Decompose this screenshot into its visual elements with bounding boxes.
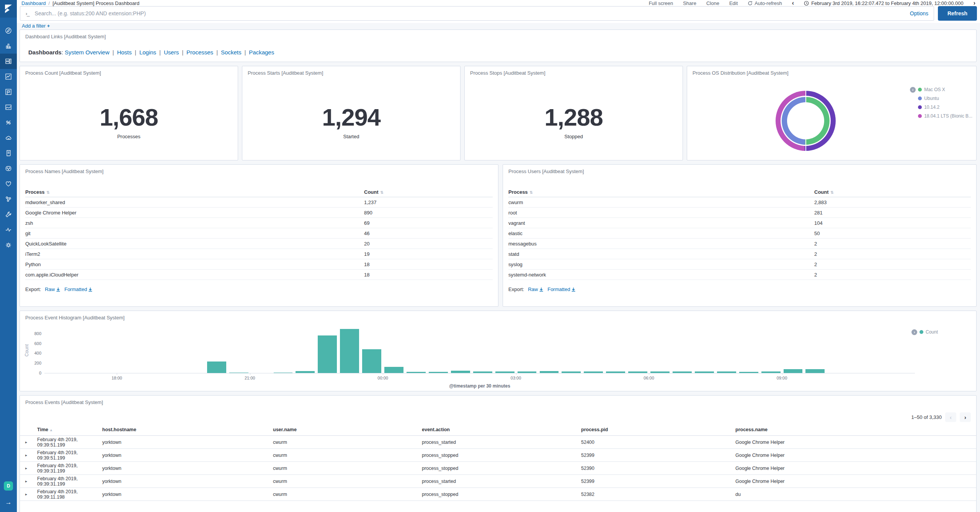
expand-row-caret-icon[interactable]: ▸ [25, 492, 37, 496]
histogram-bar[interactable] [628, 371, 647, 373]
query-bar: ›_ Options Refresh [17, 6, 980, 23]
sidebar-item-apm[interactable] [0, 161, 17, 176]
histogram-bar[interactable] [540, 371, 559, 373]
time-range-picker[interactable]: February 3rd 2019, 16:22:07.472 to Febru… [804, 0, 964, 6]
sidebar-item-timelion[interactable] [0, 69, 17, 84]
histogram-bar[interactable] [340, 329, 359, 373]
dashboard-link-packages[interactable]: Packages [249, 49, 274, 56]
expand-row-caret-icon[interactable]: ▸ [25, 440, 37, 444]
sidebar-item-maps[interactable] [0, 100, 17, 115]
histogram-bar[interactable] [673, 371, 692, 373]
event-cell: yorktown [102, 466, 273, 471]
cell-count: 104 [814, 220, 971, 226]
full-screen-button[interactable]: Full screen [649, 0, 673, 6]
y-axis-tick-label: 400 [24, 351, 41, 355]
histogram-bar[interactable] [584, 371, 603, 373]
histogram-bar[interactable] [739, 372, 758, 373]
dashboard-link-logins[interactable]: Logins [139, 49, 156, 56]
histogram-bar[interactable] [562, 371, 581, 373]
dashboard-link-hosts[interactable]: Hosts [117, 49, 132, 56]
sidebar-item-dev-tools[interactable] [0, 207, 17, 222]
edit-button[interactable]: Edit [729, 0, 738, 6]
filter-bar: Add a filter + [17, 23, 980, 29]
sidebar-item-monitoring[interactable] [0, 222, 17, 237]
histogram-bar[interactable] [207, 362, 226, 373]
dashboard-link-processes[interactable]: Processes [186, 49, 213, 56]
legend-item-ubuntu[interactable]: Ubuntu [918, 96, 972, 101]
export-formatted-link[interactable]: Formatted [64, 286, 93, 292]
expand-row-caret-icon[interactable]: ▸ [25, 453, 37, 457]
histogram-bar[interactable] [362, 349, 381, 373]
options-link[interactable]: Options [910, 10, 928, 16]
clock-icon [804, 1, 809, 6]
sidebar-item-management[interactable] [0, 237, 17, 253]
sidebar-item-machine-learning[interactable] [0, 115, 17, 130]
legend-item-count[interactable]: Count [920, 329, 938, 335]
expand-row-caret-icon[interactable]: ▸ [25, 479, 37, 483]
histogram-bar[interactable] [761, 371, 781, 373]
legend-item-10-14-2[interactable]: 10.14.2 [918, 105, 972, 110]
sidebar-item-dashboard[interactable] [0, 54, 17, 69]
sidebar-item-visualize[interactable] [0, 38, 17, 54]
column-header-count[interactable]: Count⇅ [814, 189, 971, 195]
next-page-button[interactable]: › [960, 412, 971, 422]
kibana-logo[interactable] [0, 0, 17, 18]
sidebar-item-infrastructure[interactable] [0, 130, 17, 146]
column-header-process[interactable]: Process⇅ [508, 189, 814, 195]
space-avatar[interactable]: D [4, 481, 13, 491]
histogram-bar[interactable] [451, 371, 470, 373]
histogram-bar[interactable] [518, 371, 537, 373]
sidebar-item-canvas[interactable] [0, 84, 17, 100]
histogram-bar[interactable] [229, 373, 248, 373]
histogram-bar[interactable] [495, 371, 514, 373]
dashboard-link-users[interactable]: Users [164, 49, 179, 56]
export-raw-link[interactable]: Raw [528, 286, 544, 292]
histogram-bar[interactable] [606, 371, 625, 373]
histogram-bar[interactable] [296, 371, 315, 373]
histogram-bar[interactable] [318, 335, 337, 373]
histogram-bar[interactable] [473, 371, 492, 373]
export-raw-link[interactable]: Raw [45, 286, 60, 292]
histogram-bar[interactable] [805, 369, 825, 373]
sidebar-item-graph[interactable] [0, 191, 17, 207]
links-separator: | [156, 49, 164, 56]
sidebar-item-uptime[interactable] [0, 176, 17, 191]
cell-process: cwurm [508, 200, 814, 205]
os-distribution-donut[interactable] [776, 91, 836, 151]
refresh-button[interactable]: Refresh [938, 6, 977, 21]
export-link-label: Raw [45, 286, 55, 292]
histogram-bar[interactable] [274, 373, 293, 373]
legend-item-mac-os-x[interactable]: Mac OS X [918, 87, 972, 92]
histogram-bar[interactable] [695, 371, 714, 373]
dashboard-link-system-overview[interactable]: System Overview [65, 49, 109, 56]
histogram-bar[interactable] [717, 371, 736, 373]
management-icon [5, 241, 12, 249]
histogram-bar[interactable] [650, 371, 670, 373]
histogram-bar[interactable] [429, 372, 448, 373]
sidebar-item-discover[interactable] [0, 23, 17, 38]
histogram-bar[interactable] [384, 367, 403, 373]
histogram-bar[interactable] [407, 372, 426, 373]
time-prev-chevron[interactable]: ‹ [792, 0, 794, 6]
clone-button[interactable]: Clone [706, 0, 719, 6]
legend-expand-chevron-icon[interactable]: › [911, 329, 917, 335]
add-filter-link[interactable]: Add a filter + [22, 23, 50, 29]
dashboard-link-sockets[interactable]: Sockets [221, 49, 241, 56]
export-formatted-link[interactable]: Formatted [547, 286, 576, 292]
time-next-chevron[interactable]: › [973, 0, 975, 6]
column-header-process[interactable]: Process⇅ [25, 189, 364, 195]
export-link-label: Raw [528, 286, 538, 292]
search-input[interactable] [34, 10, 905, 17]
expand-row-caret-icon[interactable]: ▸ [25, 466, 37, 470]
prev-page-button[interactable]: ‹ [945, 412, 956, 422]
legend-expand-chevron-icon[interactable]: › [910, 87, 916, 93]
legend-item-18-04-1-lts-bionic-b-[interactable]: 18.04.1 LTS (Bionic B... [918, 113, 972, 119]
auto-refresh-button[interactable]: Auto-refresh [748, 0, 782, 6]
column-header-time[interactable]: Time▴ [37, 427, 102, 432]
share-button[interactable]: Share [683, 0, 696, 6]
column-header-count[interactable]: Count⇅ [364, 189, 493, 195]
sidebar-item-logs[interactable] [0, 146, 17, 161]
breadcrumb-dashboard-link[interactable]: Dashboard [21, 0, 46, 6]
collapse-nav-arrow-icon[interactable]: → [5, 496, 12, 509]
histogram-bar[interactable] [784, 369, 803, 373]
